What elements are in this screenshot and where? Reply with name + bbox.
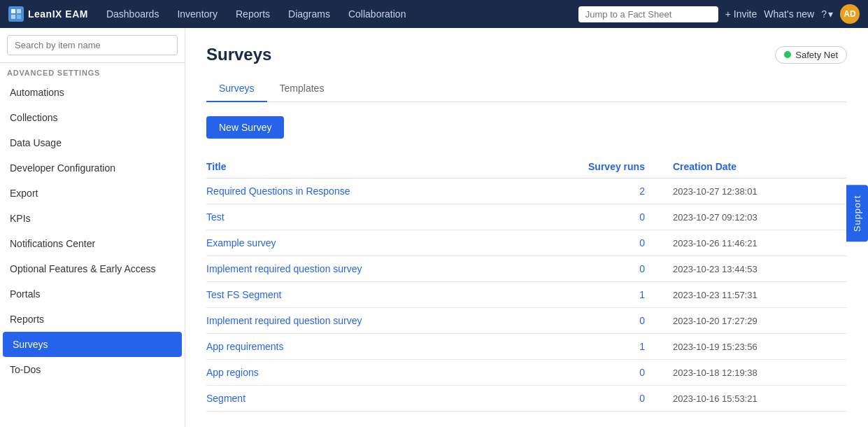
- table-row: Segment 0 2023-10-16 15:53:21: [206, 386, 847, 412]
- whats-new-button[interactable]: What's new: [764, 8, 814, 20]
- sidebar-search-container: [0, 28, 185, 63]
- new-survey-button[interactable]: New Survey: [206, 116, 284, 139]
- nav-diagrams[interactable]: Diagrams: [280, 0, 339, 28]
- surveys-table: Title Survey runs Creation Date Required…: [206, 155, 847, 412]
- table-row: Test FS Segment 1 2023-10-23 11:57:31: [206, 282, 847, 308]
- survey-title-cell: Example survey: [206, 230, 514, 256]
- sidebar-item-notifications-center[interactable]: Notifications Center: [0, 231, 185, 256]
- survey-title-cell: Implement required question survey: [206, 256, 514, 282]
- page-title: Surveys: [206, 45, 271, 64]
- survey-date-cell: 2023-10-23 13:44:53: [673, 256, 847, 282]
- sidebar: ADVANCED SETTINGS Automations Collection…: [0, 28, 185, 427]
- safety-net-status-dot: [784, 51, 791, 58]
- survey-runs-cell[interactable]: 2: [514, 178, 673, 204]
- nav-dashboards[interactable]: Dashboards: [98, 0, 168, 28]
- help-button[interactable]: ? ▾: [821, 8, 833, 20]
- invite-button[interactable]: + Invite: [725, 8, 757, 20]
- table-row: Example survey 0 2023-10-26 11:46:21: [206, 230, 847, 256]
- svg-rect-3: [17, 15, 21, 19]
- svg-rect-0: [11, 9, 15, 13]
- app-name: LeanIX EAM: [28, 8, 88, 20]
- sidebar-section-label: ADVANCED SETTINGS: [0, 63, 185, 80]
- survey-runs-cell[interactable]: 0: [514, 230, 673, 256]
- nav-reports[interactable]: Reports: [227, 0, 278, 28]
- survey-runs-cell[interactable]: 0: [514, 386, 673, 412]
- survey-title-link[interactable]: Implement required question survey: [206, 263, 362, 274]
- survey-date-cell: 2023-10-26 11:46:21: [673, 230, 847, 256]
- column-header-creation-date: Creation Date: [673, 155, 847, 178]
- sidebar-item-reports[interactable]: Reports: [0, 307, 185, 332]
- sidebar-item-kpis[interactable]: KPIs: [0, 206, 185, 231]
- safety-net-badge[interactable]: Safety Net: [775, 46, 847, 64]
- sidebar-item-surveys[interactable]: Surveys: [3, 332, 182, 357]
- survey-date-cell: 2023-10-20 17:27:29: [673, 308, 847, 334]
- logo-icon: [8, 6, 24, 22]
- nav-collaboration[interactable]: Collaboration: [340, 0, 415, 28]
- top-navigation: LeanIX EAM Dashboards Inventory Reports …: [0, 0, 868, 28]
- sidebar-item-to-dos[interactable]: To-Dos: [0, 357, 185, 382]
- survey-title-cell: App regions: [206, 360, 514, 386]
- column-header-survey-runs: Survey runs: [514, 155, 673, 178]
- survey-date-cell: 2023-10-19 15:23:56: [673, 334, 847, 360]
- main-content: Surveys Safety Net Surveys Templates New…: [185, 28, 868, 427]
- help-chevron-icon: ▾: [828, 8, 833, 20]
- survey-date-cell: 2023-10-23 11:57:31: [673, 282, 847, 308]
- survey-title-link[interactable]: Example survey: [206, 237, 276, 248]
- survey-runs-cell[interactable]: 0: [514, 360, 673, 386]
- fact-sheet-search[interactable]: [578, 6, 718, 22]
- main-navigation: Dashboards Inventory Reports Diagrams Co…: [98, 0, 576, 28]
- table-row: Required Questions in Response 2 2023-10…: [206, 178, 847, 204]
- survey-title-cell: App requirements: [206, 334, 514, 360]
- tab-surveys[interactable]: Surveys: [206, 76, 267, 102]
- sidebar-item-portals[interactable]: Portals: [0, 281, 185, 307]
- survey-date-cell: 2023-10-27 12:38:01: [673, 178, 847, 204]
- survey-runs-cell[interactable]: 1: [514, 282, 673, 308]
- main-header: Surveys Safety Net: [206, 45, 847, 64]
- survey-title-cell: Required Questions in Response: [206, 178, 514, 204]
- sidebar-item-collections[interactable]: Collections: [0, 105, 185, 130]
- survey-runs-cell[interactable]: 0: [514, 204, 673, 230]
- table-row: Implement required question survey 0 202…: [206, 308, 847, 334]
- survey-title-link[interactable]: Implement required question survey: [206, 315, 362, 326]
- help-icon: ?: [821, 8, 827, 20]
- column-header-title: Title: [206, 155, 514, 178]
- sidebar-item-export[interactable]: Export: [0, 181, 185, 206]
- survey-title-cell: Implement required question survey: [206, 308, 514, 334]
- survey-runs-cell[interactable]: 0: [514, 256, 673, 282]
- safety-net-label: Safety Net: [795, 50, 838, 60]
- sidebar-item-optional-features[interactable]: Optional Features & Early Access: [0, 256, 185, 281]
- nav-inventory[interactable]: Inventory: [169, 0, 226, 28]
- survey-runs-cell[interactable]: 1: [514, 334, 673, 360]
- survey-title-cell: Test FS Segment: [206, 282, 514, 308]
- survey-title-link[interactable]: App requirements: [206, 341, 284, 352]
- survey-title-link[interactable]: Test FS Segment: [206, 289, 281, 300]
- sidebar-search-input[interactable]: [7, 35, 178, 55]
- survey-title-cell: Test: [206, 204, 514, 230]
- sidebar-item-developer-configuration[interactable]: Developer Configuration: [0, 155, 185, 181]
- app-layout: ADVANCED SETTINGS Automations Collection…: [0, 28, 868, 427]
- table-row: Implement required question survey 0 202…: [206, 256, 847, 282]
- survey-title-cell: Segment: [206, 386, 514, 412]
- sidebar-item-data-usage[interactable]: Data Usage: [0, 130, 185, 155]
- tabs: Surveys Templates: [206, 76, 847, 102]
- table-row: App regions 0 2023-10-18 12:19:38: [206, 360, 847, 386]
- support-label: Support: [846, 186, 868, 242]
- table-row: App requirements 1 2023-10-19 15:23:56: [206, 334, 847, 360]
- table-row: Test 0 2023-10-27 09:12:03: [206, 204, 847, 230]
- user-avatar[interactable]: AD: [840, 4, 860, 24]
- survey-title-link[interactable]: Required Questions in Response: [206, 186, 350, 197]
- survey-date-cell: 2023-10-18 12:19:38: [673, 360, 847, 386]
- survey-runs-cell[interactable]: 0: [514, 308, 673, 334]
- survey-title-link[interactable]: App regions: [206, 367, 259, 378]
- topnav-right: + Invite What's new ? ▾ AD: [578, 4, 860, 24]
- survey-date-cell: 2023-10-16 15:53:21: [673, 386, 847, 412]
- sidebar-item-automations[interactable]: Automations: [0, 80, 185, 105]
- survey-date-cell: 2023-10-27 09:12:03: [673, 204, 847, 230]
- svg-rect-2: [11, 15, 15, 19]
- svg-rect-1: [17, 9, 21, 13]
- support-button[interactable]: Support: [846, 186, 868, 242]
- tab-templates[interactable]: Templates: [267, 76, 337, 102]
- survey-title-link[interactable]: Test: [206, 211, 225, 223]
- survey-title-link[interactable]: Segment: [206, 393, 246, 404]
- app-logo[interactable]: LeanIX EAM: [8, 6, 88, 22]
